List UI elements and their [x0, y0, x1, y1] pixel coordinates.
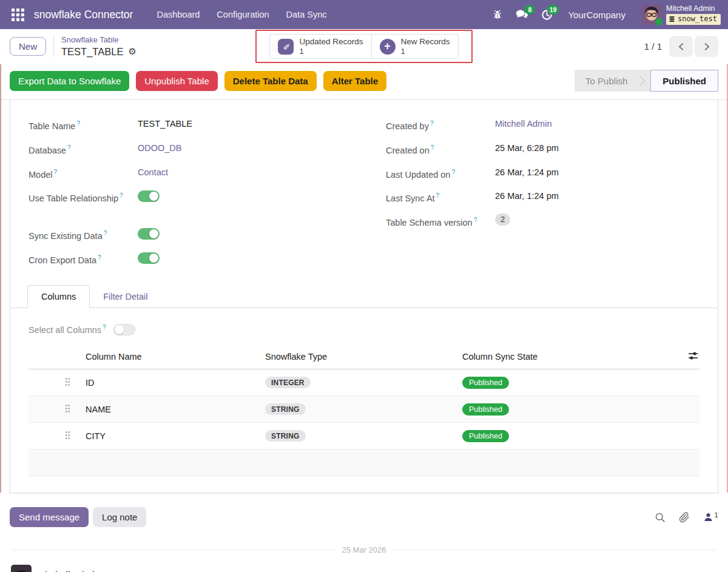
menu-configuration[interactable]: Configuration [210, 6, 275, 23]
cell-column-name[interactable]: ID [82, 369, 261, 396]
action-bar: Export Data to Snowflake Unpublish Table… [0, 64, 728, 100]
status-published[interactable]: Published [650, 70, 718, 92]
gear-icon[interactable]: ⚙ [128, 46, 136, 57]
field-grid: Table Name? TEST_TABLE Database? ODOO_DB… [10, 100, 718, 275]
field-created-on: Created on? 25 Mar, 6:28 pm [386, 141, 699, 157]
sync-existing-data-toggle[interactable] [138, 228, 160, 240]
tab-columns[interactable]: Columns [27, 285, 90, 308]
created-by-value-link[interactable]: Mitchell Admin [495, 117, 551, 130]
field-database: Database? ODOO_DB [29, 141, 342, 157]
table-row[interactable]: ID INTEGER Published [29, 369, 699, 396]
navbar: snowflake Connector Dashboard Configurat… [0, 0, 728, 29]
field-created-by: Created by? Mitchell Admin [386, 117, 699, 133]
chatter: Send message Log note 1 25 Mar 2026 [0, 493, 728, 572]
table-name-value[interactable]: TEST_TABLE [138, 117, 192, 130]
messages-icon[interactable]: 8 [516, 9, 528, 21]
help-icon[interactable]: ? [54, 169, 58, 175]
help-icon[interactable]: ? [430, 120, 434, 127]
stat-value: 1 [299, 47, 303, 56]
help-icon[interactable]: ? [474, 217, 477, 223]
help-icon[interactable]: ? [451, 169, 455, 175]
help-icon[interactable]: ? [76, 120, 80, 127]
followers-icon[interactable]: 1 [703, 512, 718, 522]
app-title[interactable]: snowflake Connector [34, 8, 133, 21]
field-sync-existing-data: Sync Existing Data? [29, 227, 342, 243]
stat-button-group: ✎ Updated Records 1 + New Records 1 [269, 34, 458, 59]
chatter-message: Mitchell Admin Yesterday at 6:29 pm [10, 565, 718, 572]
help-icon[interactable]: ? [67, 144, 71, 151]
header-column-name[interactable]: Column Name [82, 349, 261, 369]
field-last-sync-at: Last Sync At? 26 Mar, 1:24 pm [386, 189, 699, 205]
stat-label: Updated Records [299, 37, 363, 47]
user-name: Mitchell Admin [666, 5, 715, 13]
search-messages-icon[interactable] [655, 512, 666, 523]
new-button[interactable]: New [10, 37, 46, 56]
attachments-paperclip-icon[interactable] [679, 512, 690, 523]
menu-data-sync[interactable]: Data Sync [280, 6, 334, 23]
messages-badge: 8 [525, 5, 534, 15]
table-row[interactable]: CITY STRING Published [29, 423, 699, 449]
snowflake-type-pill: STRING [265, 430, 306, 442]
table-header-row: Column Name Snowflake Type Column Sync S… [29, 349, 699, 369]
help-icon[interactable]: ? [104, 230, 107, 237]
breadcrumb-parent-link[interactable]: Snowflake Table [61, 35, 136, 45]
drag-handle-icon[interactable] [65, 377, 70, 386]
database-badge: snow_test [666, 14, 721, 25]
right-field-column: Created by? Mitchell Admin Created on? 2… [386, 117, 699, 238]
optional-columns-sliders-icon[interactable] [688, 351, 698, 360]
help-icon[interactable]: ? [436, 192, 440, 199]
apps-grid-icon[interactable] [7, 4, 28, 25]
export-data-button[interactable]: Export Data to Snowflake [10, 71, 129, 91]
statusbar-arrow-icon [636, 76, 645, 86]
company-switcher[interactable]: YourCompany [568, 10, 625, 20]
database-value-link[interactable]: ODOO_DB [138, 141, 182, 155]
unpublish-table-button[interactable]: Unpublish Table [136, 71, 217, 91]
send-message-button[interactable]: Send message [10, 507, 89, 527]
header-snowflake-type[interactable]: Snowflake Type [261, 349, 459, 369]
field-last-updated-on: Last Updated on? 26 Mar, 1:24 pm [386, 166, 699, 181]
snowflake-type-pill: INTEGER [265, 377, 311, 388]
help-icon[interactable]: ? [103, 324, 106, 331]
status-to-publish[interactable]: To Publish [575, 76, 637, 86]
updated-records-stat-button[interactable]: ✎ Updated Records 1 [270, 35, 371, 58]
plus-circle-icon: + [380, 39, 396, 55]
pencil-icon: ✎ [278, 39, 294, 55]
table-row[interactable]: NAME STRING Published [29, 396, 699, 423]
cell-column-name[interactable]: NAME [82, 396, 261, 423]
select-all-columns-toggle[interactable] [113, 324, 135, 335]
use-table-relationship-toggle[interactable] [138, 190, 160, 202]
log-note-button[interactable]: Log note [93, 507, 146, 527]
empty-table-row [29, 449, 699, 476]
debug-bug-icon[interactable] [492, 9, 503, 20]
cron-export-data-toggle[interactable] [138, 252, 160, 264]
help-icon[interactable]: ? [98, 254, 101, 261]
notebook-tabs: Columns Filter Detail [10, 285, 718, 308]
user-menu[interactable]: Mitchell Admin snow_test [642, 5, 721, 25]
drag-handle-icon[interactable] [65, 404, 70, 412]
stat-label: New Records [401, 37, 450, 47]
date-divider: 25 Mar 2026 [10, 545, 718, 554]
created-on-value: 25 Mar, 6:28 pm [495, 141, 559, 155]
activities-clock-icon[interactable]: 19 [541, 9, 553, 21]
systray: 8 19 YourCompany [492, 5, 721, 25]
help-icon[interactable]: ? [120, 192, 123, 199]
header-column-sync-state[interactable]: Column Sync State [459, 349, 670, 369]
snowflake-type-pill: STRING [265, 403, 306, 415]
tab-filter-detail[interactable]: Filter Detail [90, 286, 161, 308]
delete-table-data-button[interactable]: Delete Table Data [224, 71, 317, 91]
field-model: Model? Contact [29, 166, 342, 181]
pager-previous-button[interactable] [669, 36, 693, 57]
alter-table-button[interactable]: Alter Table [323, 71, 386, 91]
left-edge-highlight-line [0, 64, 1, 493]
help-icon[interactable]: ? [431, 144, 434, 151]
field-table-schema-version: Table Schema version? 2 [386, 214, 699, 229]
followers-count: 1 [715, 512, 718, 519]
columns-tab-content: Select all Columns? Column Name Snowflak… [10, 308, 718, 476]
cell-column-name[interactable]: CITY [82, 423, 261, 449]
new-records-stat-button[interactable]: + New Records 1 [371, 35, 458, 58]
pager-next-button[interactable] [695, 36, 718, 57]
drag-handle-icon[interactable] [65, 431, 70, 439]
model-value-link[interactable]: Contact [138, 166, 168, 179]
menu-dashboard[interactable]: Dashboard [150, 6, 206, 23]
date-divider-label: 25 Mar 2026 [342, 545, 386, 554]
